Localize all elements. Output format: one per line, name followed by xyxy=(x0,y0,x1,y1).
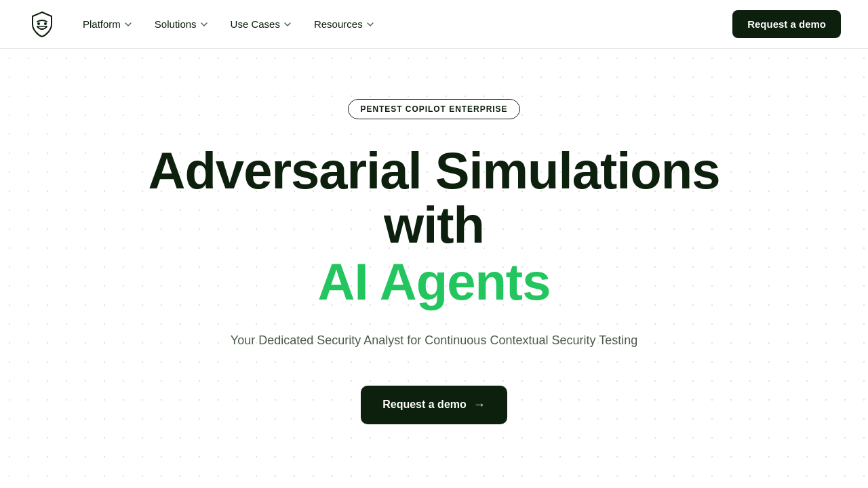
solutions-chevron-icon xyxy=(199,20,209,29)
hero-title-line2: AI Agents xyxy=(129,255,739,309)
nav-solutions-label: Solutions xyxy=(155,18,197,30)
nav-use-cases-label: Use Cases xyxy=(231,18,280,30)
hero-badge: PENTEST COPILOT ENTERPRISE xyxy=(348,99,521,119)
main-nav: Platform Solutions Use Cases Resources xyxy=(0,0,868,49)
svg-point-1 xyxy=(37,22,40,25)
nav-resources-label: Resources xyxy=(314,18,363,30)
hero-subtitle: Your Dedicated Security Analyst for Cont… xyxy=(129,331,739,350)
nav-item-resources[interactable]: Resources xyxy=(304,13,384,35)
nav-item-platform[interactable]: Platform xyxy=(73,13,142,35)
nav-item-use-cases[interactable]: Use Cases xyxy=(221,13,302,35)
nav-links: Platform Solutions Use Cases Resources xyxy=(73,13,384,35)
resources-chevron-icon xyxy=(366,20,375,29)
hero-cta-label: Request a demo xyxy=(382,399,467,411)
nav-left: Platform Solutions Use Cases Resources xyxy=(27,9,384,39)
svg-point-2 xyxy=(44,22,47,25)
logo-icon[interactable] xyxy=(27,9,57,39)
hero-content: PENTEST COPILOT ENTERPRISE Adversarial S… xyxy=(129,99,739,424)
hero-title: Adversarial Simulations with AI Agents xyxy=(129,144,739,308)
use-cases-chevron-icon xyxy=(283,20,292,29)
platform-chevron-icon xyxy=(123,20,133,29)
nav-item-solutions[interactable]: Solutions xyxy=(145,13,218,35)
nav-request-demo-button[interactable]: Request a demo xyxy=(732,10,841,38)
hero-title-line1: Adversarial Simulations with xyxy=(129,144,739,252)
hero-request-demo-button[interactable]: Request a demo → xyxy=(361,386,507,424)
nav-platform-label: Platform xyxy=(83,18,121,30)
arrow-icon: → xyxy=(473,398,486,412)
hero-section: PENTEST COPILOT ENTERPRISE Adversarial S… xyxy=(0,49,868,488)
